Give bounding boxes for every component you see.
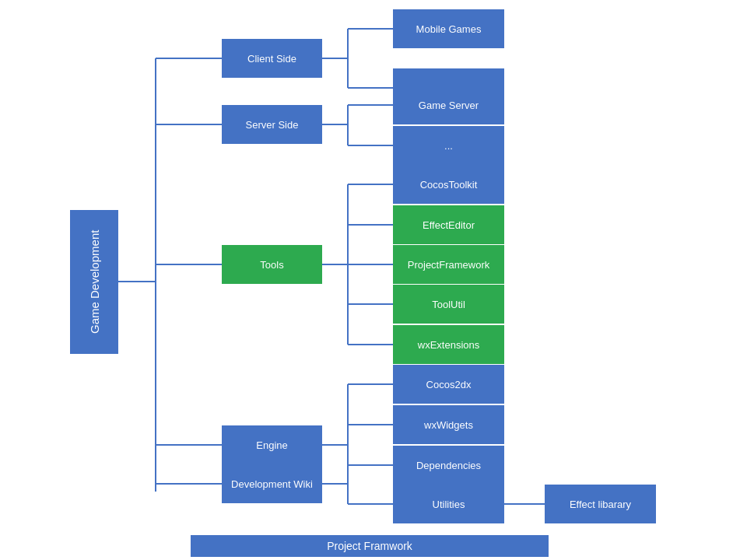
dev-wiki-node: Development Wiki [222, 464, 322, 503]
tool-util-node: ToolUtil [393, 285, 504, 324]
mobile-games-node: Mobile Games [393, 9, 504, 48]
effect-editor-node: EffectEditor [393, 205, 504, 244]
root-node: Game Development [70, 210, 118, 354]
server-side-node: Server Side [222, 105, 322, 144]
cocos2dx-node: Cocos2dx [393, 365, 504, 404]
project-framework-node: ProjectFramework [393, 245, 504, 284]
cocos-toolkit-node: CocosToolkit [393, 165, 504, 204]
project-framwork-footer: Project Framwork [191, 535, 549, 557]
client-side-node: Client Side [222, 39, 322, 78]
tools-node: Tools [222, 245, 322, 284]
game-server-node: Game Server [393, 86, 504, 124]
utilities-node: Utilities [393, 485, 504, 523]
wx-extensions-node: wxExtensions [393, 325, 504, 364]
server-ellipsis-node: ... [393, 126, 504, 165]
engine-node: Engine [222, 425, 322, 464]
effect-library-node: Effect libarary [545, 485, 656, 523]
wx-widgets-node: wxWidgets [393, 405, 504, 444]
dependencies-node: Dependencies [393, 446, 504, 485]
diagram: Game Development Client Side Server Side… [0, 0, 747, 560]
